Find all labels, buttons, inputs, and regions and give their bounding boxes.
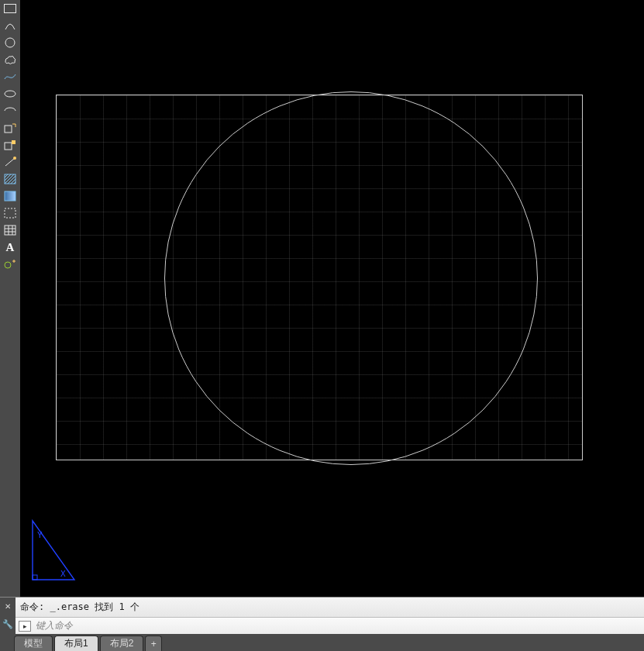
- insert-block-icon[interactable]: [2, 121, 18, 135]
- draw-toolbar: A: [0, 0, 20, 597]
- ucs-y-label: Y: [37, 530, 43, 540]
- revcloud-icon[interactable]: [2, 53, 18, 67]
- svg-rect-10: [5, 208, 15, 218]
- customize-icon[interactable]: 🔧: [2, 619, 13, 629]
- paper-space-canvas[interactable]: X Y: [20, 0, 644, 597]
- svg-point-1: [5, 38, 15, 47]
- svg-point-7: [13, 157, 16, 160]
- command-history-text: _.erase 找到 1 个: [50, 601, 139, 612]
- ellipse-icon[interactable]: [2, 87, 18, 101]
- tab-layout2[interactable]: 布局2: [100, 636, 144, 651]
- svg-rect-9: [5, 191, 15, 201]
- svg-point-16: [5, 262, 11, 268]
- hatch-icon[interactable]: [2, 172, 18, 186]
- table-icon[interactable]: [2, 223, 18, 237]
- spline-icon[interactable]: [2, 70, 18, 84]
- layout-tabs: 模型 布局1 布局2 +: [0, 634, 644, 651]
- arc-icon[interactable]: [2, 19, 18, 33]
- addselected-icon[interactable]: [2, 257, 18, 271]
- region-icon[interactable]: [2, 206, 18, 220]
- svg-rect-18: [33, 575, 37, 580]
- command-input[interactable]: 键入命令: [36, 619, 641, 632]
- ellipse-arc-icon[interactable]: [2, 104, 18, 118]
- viewport-frame[interactable]: [56, 95, 583, 460]
- command-gutter: ✕ 🔧: [0, 598, 15, 634]
- rectangle-icon[interactable]: [2, 2, 18, 16]
- svg-line-6: [5, 158, 15, 166]
- command-input-row[interactable]: ▸ 键入命令: [15, 618, 644, 634]
- close-icon[interactable]: ✕: [5, 602, 11, 611]
- svg-rect-11: [5, 226, 15, 235]
- command-prompt-icon[interactable]: ▸: [19, 621, 31, 632]
- gradient-icon[interactable]: [2, 189, 18, 203]
- drawn-circle[interactable]: [164, 91, 538, 465]
- tab-model[interactable]: 模型: [14, 636, 53, 651]
- command-history: 命令: _.erase 找到 1 个: [15, 598, 644, 618]
- tab-layout1[interactable]: 布局1: [54, 636, 98, 651]
- svg-point-2: [5, 91, 15, 97]
- ucs-x-label: X: [60, 569, 66, 579]
- svg-rect-0: [5, 5, 16, 13]
- text-icon-label: A: [6, 241, 15, 254]
- tab-add[interactable]: +: [145, 636, 162, 651]
- ucs-icon: X Y: [29, 516, 84, 583]
- command-prefix: 命令:: [20, 601, 44, 612]
- make-block-icon[interactable]: [2, 138, 18, 152]
- svg-rect-3: [5, 126, 12, 133]
- point-icon[interactable]: [2, 155, 18, 169]
- svg-rect-5: [12, 140, 15, 144]
- circle-icon[interactable]: [2, 36, 18, 50]
- text-icon[interactable]: A: [2, 240, 18, 254]
- command-line-panel: ✕ 🔧 命令: _.erase 找到 1 个 ▸ 键入命令: [0, 597, 644, 634]
- svg-rect-4: [5, 143, 12, 150]
